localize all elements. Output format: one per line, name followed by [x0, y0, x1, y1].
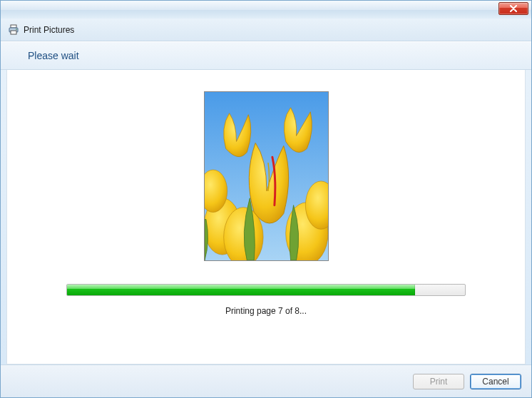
status-text: Printing page 7 of 8...: [225, 306, 307, 316]
printer-icon: [8, 24, 19, 36]
header-strip: Please wait: [1, 41, 531, 70]
window-title: Print Pictures: [24, 25, 74, 35]
print-button: Print: [413, 374, 464, 389]
svg-rect-2: [11, 31, 16, 34]
svg-rect-0: [11, 25, 16, 28]
print-preview-image: [204, 91, 329, 261]
svg-point-3: [16, 29, 17, 30]
content-area: Printing page 7 of 8...: [6, 70, 526, 364]
print-button-label: Print: [430, 377, 448, 387]
window-chrome-top: [1, 1, 531, 19]
close-button[interactable]: [498, 2, 528, 15]
progress-bar: [66, 284, 466, 296]
cancel-button-label: Cancel: [482, 377, 508, 387]
cancel-button[interactable]: Cancel: [470, 374, 521, 389]
header-text: Please wait: [28, 50, 79, 61]
dialog-footer: Print Cancel: [1, 364, 531, 397]
print-pictures-dialog: Print Pictures Please wait: [0, 0, 532, 398]
close-icon: [509, 5, 518, 12]
title-bar: Print Pictures: [1, 19, 531, 41]
progress-bar-fill: [67, 285, 415, 295]
